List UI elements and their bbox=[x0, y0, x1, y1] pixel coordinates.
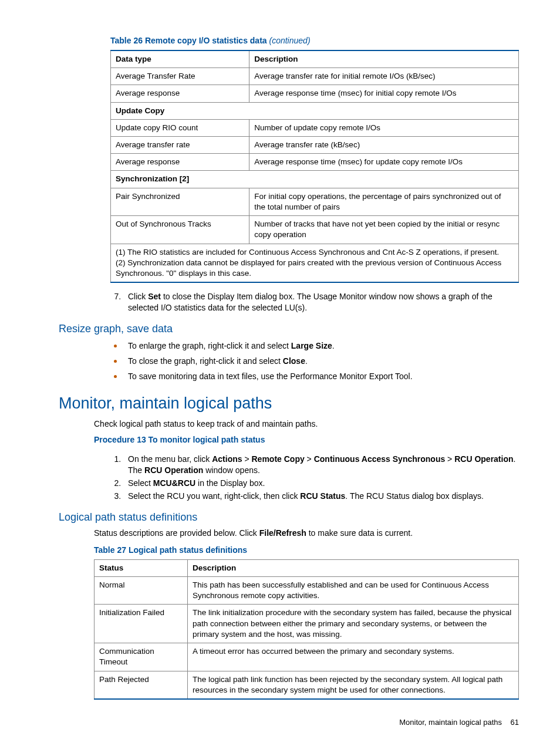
cell: Average response bbox=[111, 154, 249, 171]
cell: Communication Timeout bbox=[95, 643, 188, 671]
text: > bbox=[445, 454, 454, 464]
text: in the Display box. bbox=[195, 478, 265, 488]
footnote-2: (2) Synchronization data cannot be displ… bbox=[116, 258, 514, 279]
list-item: Select the RCU you want, right-click, th… bbox=[123, 491, 519, 502]
list-item: On the menu bar, click Actions > Remote … bbox=[123, 454, 519, 476]
table-26-title-text: Table 26 Remote copy I/O statistics data bbox=[110, 36, 267, 45]
text: To enlarge the graph, right-click it and… bbox=[128, 341, 291, 350]
cell: Path Rejected bbox=[95, 671, 188, 699]
cell: Average transfer rate (kB/sec) bbox=[249, 136, 519, 153]
page-number: 61 bbox=[511, 718, 519, 727]
table-row: Update copy RIO count Number of update c… bbox=[111, 119, 519, 136]
list-item: To close the graph, right-click it and s… bbox=[123, 355, 519, 367]
text: . The RCU Status dialog box displays. bbox=[345, 491, 484, 501]
cell: Out of Synchronous Tracks bbox=[111, 216, 249, 244]
text: To close the graph, right-click it and s… bbox=[128, 356, 283, 366]
table-row: Path Rejected The logical path link func… bbox=[95, 671, 519, 699]
cell: Normal bbox=[95, 577, 188, 605]
table-row: Average response Average response time (… bbox=[111, 154, 519, 171]
monitor-heading: Monitor, maintain logical paths bbox=[59, 393, 519, 414]
resize-bullets: To enlarge the graph, right-click it and… bbox=[110, 339, 519, 382]
table-row: Status Description bbox=[95, 559, 519, 576]
list-item: Select MCU&RCU in the Display box. bbox=[123, 478, 519, 489]
cell: Average response time (msec) for initial… bbox=[249, 85, 519, 102]
text: . bbox=[332, 341, 335, 350]
logical-heading: Logical path status definitions bbox=[59, 510, 519, 524]
procedure-13-title: Procedure 13 To monitor logical path sta… bbox=[94, 434, 519, 445]
cell: Pair Synchronized bbox=[111, 188, 249, 215]
text: > bbox=[242, 454, 252, 464]
cell: Average transfer rate for initial remote… bbox=[249, 68, 519, 85]
cell: A timeout error has occurred between the… bbox=[188, 643, 519, 671]
text: On the menu bar, click bbox=[128, 454, 212, 464]
footer-text: Monitor, maintain logical paths bbox=[399, 718, 502, 727]
bold-text: Remote Copy bbox=[252, 454, 305, 464]
logical-intro: Status descriptions are provided below. … bbox=[94, 528, 519, 539]
bold-text: Set bbox=[148, 292, 161, 301]
bold-text: MCU&RCU bbox=[153, 478, 195, 488]
cell: Update copy RIO count bbox=[111, 119, 249, 136]
table-row: Average response Average response time (… bbox=[111, 85, 519, 102]
text: . bbox=[305, 356, 308, 366]
monitor-intro: Check logical path status to keep track … bbox=[94, 418, 519, 430]
cell: Average transfer rate bbox=[111, 136, 249, 153]
text: window opens. bbox=[203, 465, 260, 475]
cell: The logical path link function has been … bbox=[188, 671, 519, 699]
cell: Number of update copy remote I/Os bbox=[249, 119, 519, 136]
list-item: Click Set to close the Display Item dial… bbox=[123, 291, 519, 313]
cell: Average Transfer Rate bbox=[111, 68, 249, 85]
section-header: Synchronization [2] bbox=[111, 171, 519, 188]
table-section-row: Update Copy bbox=[111, 102, 519, 119]
table-row: Initialization Failed The link initializ… bbox=[95, 605, 519, 643]
bold-text: Close bbox=[283, 356, 305, 366]
cell: The link initialization procedure with t… bbox=[188, 605, 519, 643]
bold-text: RCU Operation bbox=[144, 465, 203, 475]
table-row: Communication Timeout A timeout error ha… bbox=[95, 643, 519, 671]
table-27: Status Description Normal This path has … bbox=[94, 559, 519, 700]
table-26-continued: (continued) bbox=[269, 36, 311, 45]
bold-text: File/Refresh bbox=[259, 528, 306, 538]
cell: Initialization Failed bbox=[95, 605, 188, 643]
procedure-steps: On the menu bar, click Actions > Remote … bbox=[110, 454, 519, 502]
table-row: Average transfer rate Average transfer r… bbox=[111, 136, 519, 153]
footnote-1: (1) The RIO statistics are included for … bbox=[116, 247, 514, 258]
cell: This path has been successfully establis… bbox=[188, 577, 519, 605]
cell: Average response time (msec) for update … bbox=[249, 154, 519, 171]
bold-text: RCU Status bbox=[300, 491, 345, 501]
th-description: Description bbox=[188, 559, 519, 576]
step-list: Click Set to close the Display Item dial… bbox=[110, 291, 519, 313]
table-footnotes: (1) The RIO statistics are included for … bbox=[111, 244, 519, 282]
table-row: Out of Synchronous Tracks Number of trac… bbox=[111, 216, 519, 244]
table-row: Average Transfer Rate Average transfer r… bbox=[111, 68, 519, 85]
list-item: To enlarge the graph, right-click it and… bbox=[123, 339, 519, 352]
text: Status descriptions are provided below. … bbox=[94, 528, 259, 538]
th-description: Description bbox=[249, 50, 519, 68]
table-26-title: Table 26 Remote copy I/O statistics data… bbox=[110, 35, 519, 46]
footnotes-cell: (1) The RIO statistics are included for … bbox=[111, 244, 519, 282]
cell: Average response bbox=[111, 85, 249, 102]
resize-heading: Resize graph, save data bbox=[59, 322, 519, 336]
cell: Number of tracks that have not yet been … bbox=[249, 216, 519, 244]
text: Select bbox=[128, 478, 153, 488]
page-footer: Monitor, maintain logical paths 61 bbox=[76, 717, 519, 728]
section-header: Update Copy bbox=[111, 102, 519, 119]
table-section-row: Synchronization [2] bbox=[111, 171, 519, 188]
table-row: Pair Synchronized For initial copy opera… bbox=[111, 188, 519, 215]
table-row: Data type Description bbox=[111, 50, 519, 68]
th-data-type: Data type bbox=[111, 50, 249, 68]
th-status: Status bbox=[95, 559, 188, 576]
text: > bbox=[305, 454, 314, 464]
bold-text: Actions bbox=[212, 454, 242, 464]
table-26: Data type Description Average Transfer R… bbox=[110, 50, 519, 283]
bold-text: Continuous Access Synchronous bbox=[314, 454, 446, 464]
table-row: Normal This path has been successfully e… bbox=[95, 577, 519, 605]
cell: For initial copy operations, the percent… bbox=[249, 188, 519, 215]
text: Select the RCU you want, right-click, th… bbox=[128, 491, 300, 501]
bold-text: RCU Operation bbox=[454, 454, 513, 464]
table-27-title: Table 27 Logical path status definitions bbox=[94, 545, 519, 556]
list-item: To save monitoring data in text files, u… bbox=[123, 370, 519, 382]
bold-text: Large Size bbox=[291, 341, 332, 350]
text: to close the Display Item dialog box. Th… bbox=[128, 292, 492, 312]
text: to make sure data is current. bbox=[306, 528, 413, 538]
text: Click bbox=[128, 292, 148, 301]
